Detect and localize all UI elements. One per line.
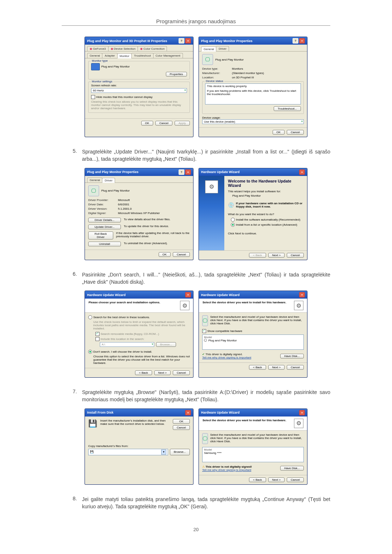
dialog-title: Plug and Play Monitor Properties bbox=[201, 39, 253, 43]
cancel-button[interactable]: Cancel bbox=[287, 130, 304, 135]
signing-info-link[interactable]: Tell me why driver signing is important bbox=[202, 356, 251, 359]
cancel-button[interactable]: Cancel bbox=[287, 253, 304, 258]
value-provider: Microsoft bbox=[118, 198, 130, 202]
properties-button[interactable]: Properties bbox=[166, 72, 187, 77]
warning-icon: ⚠ bbox=[202, 465, 205, 468]
close-icon[interactable]: × bbox=[299, 292, 305, 297]
step-text-7: Spragtelėkite mygtuką „Browse" (Naršyti)… bbox=[82, 389, 330, 403]
signing-info-link[interactable]: Tell me why driver signing is important bbox=[202, 468, 251, 472]
cancel-button[interactable]: Cancel bbox=[287, 365, 304, 370]
model-column-header: Model bbox=[204, 448, 302, 451]
install-from-disk-dialog: Install From Disk × 💾 Insert the manufac… bbox=[85, 409, 193, 485]
select-driver-desc: Select the manufacturer and model of you… bbox=[210, 315, 304, 326]
ok-button[interactable]: OK bbox=[141, 121, 154, 126]
update-driver-button[interactable]: Update Driver... bbox=[88, 225, 121, 229]
group-monitor-settings: Monitor settings bbox=[91, 80, 113, 83]
screenshot-row-4: Install From Disk × 💾 Insert the manufac… bbox=[62, 409, 330, 485]
driver-details-button[interactable]: Driver Details... bbox=[88, 218, 121, 222]
tab-monitor[interactable]: Monitor bbox=[117, 53, 132, 58]
monitor-icon bbox=[91, 63, 100, 70]
ok-button[interactable]: OK bbox=[273, 130, 285, 135]
cd-icon: 💿 bbox=[228, 202, 234, 208]
search-desc: Use the check boxes below to limit or ex… bbox=[93, 320, 190, 330]
display-properties-dialog: Plug and Play Monitor and 3D Prophet III… bbox=[85, 37, 193, 137]
next-button[interactable]: Next > bbox=[268, 365, 285, 370]
next-button[interactable]: Next > bbox=[268, 477, 285, 482]
have-disk-button[interactable]: Have Disk... bbox=[280, 354, 304, 358]
show-compatible-checkbox[interactable] bbox=[202, 329, 206, 333]
monitor-icon: 🖵 bbox=[202, 433, 208, 444]
tab-driver[interactable]: Driver bbox=[102, 178, 115, 183]
monitor-small-icon: 🖵 bbox=[204, 339, 207, 342]
rollback-driver-button[interactable]: Roll Back Driver bbox=[88, 231, 113, 239]
screenshot-row-2: Plug and Play Monitor Properties ? × Gen… bbox=[62, 168, 330, 260]
uninstall-desc: To uninstall the driver (Advanced). bbox=[124, 242, 168, 246]
ok-button[interactable]: OK bbox=[173, 419, 190, 424]
rollback-driver-desc: If the device fails after updating the d… bbox=[116, 231, 190, 239]
cancel-button[interactable]: Cancel bbox=[173, 252, 190, 257]
close-icon[interactable]: × bbox=[299, 169, 305, 175]
help-icon[interactable]: ? bbox=[179, 169, 184, 175]
hide-modes-checkbox[interactable] bbox=[91, 95, 95, 99]
ok-button[interactable]: OK bbox=[159, 252, 171, 257]
cancel-button[interactable]: Cancel bbox=[155, 121, 172, 126]
tab-device-selection[interactable]: ◉Device Selection bbox=[108, 46, 138, 51]
value-manufacturer: (Standard monitor types) bbox=[232, 71, 264, 75]
click-next-label: Click Next to continue. bbox=[228, 232, 303, 235]
radio-dont-search[interactable] bbox=[88, 350, 92, 354]
tab-color-management[interactable]: Color Management bbox=[153, 53, 183, 58]
tab-driver[interactable]: Driver bbox=[216, 46, 229, 51]
help-icon[interactable]: ? bbox=[179, 38, 184, 44]
have-disk-button[interactable]: Have Disk... bbox=[280, 466, 304, 471]
back-button[interactable]: < Back bbox=[249, 477, 266, 482]
help-icon[interactable]: ? bbox=[293, 38, 298, 44]
label-manufacturer: Manufacturer: bbox=[202, 71, 228, 75]
header-rule bbox=[62, 25, 330, 26]
tab-troubleshoot[interactable]: Troubleshoot bbox=[131, 53, 153, 58]
step-number-7: 7. bbox=[62, 389, 82, 403]
what-do-label: What do you want the wizard to do? bbox=[228, 213, 303, 216]
close-icon[interactable]: × bbox=[185, 410, 191, 415]
dialog-title: Hardware Update Wizard bbox=[201, 411, 240, 414]
uninstall-button[interactable]: Uninstall bbox=[88, 242, 121, 246]
close-icon[interactable]: × bbox=[299, 38, 305, 44]
dropdown-arrow-icon[interactable]: ▾ bbox=[161, 450, 166, 455]
tab-general[interactable]: General bbox=[87, 53, 102, 58]
next-button[interactable]: Next > bbox=[268, 253, 285, 258]
copy-from-label: Copy manufacturer's files from: bbox=[88, 444, 190, 448]
back-button[interactable]: < Back bbox=[249, 365, 266, 370]
wizard-welcome-heading: Welcome to the Hardware Update Wizard bbox=[228, 179, 303, 188]
radio-auto[interactable] bbox=[231, 218, 235, 222]
tab-geforce[interactable]: ◉GeForce3 bbox=[87, 46, 109, 51]
screenshot-row-3: Hardware Update Wizard × Please choose y… bbox=[62, 291, 330, 378]
check-removable-media bbox=[95, 332, 99, 336]
browse-button[interactable]: Browse... bbox=[170, 449, 190, 455]
refresh-rate-select[interactable]: 60 Hertz bbox=[91, 88, 187, 93]
group-device-status: Device status bbox=[205, 79, 224, 83]
tab-adapter[interactable]: Adapter bbox=[102, 53, 117, 58]
wizard-heading: Select the device driver you want to ins… bbox=[203, 419, 286, 428]
tab-general[interactable]: General bbox=[201, 46, 216, 52]
next-button[interactable]: Next > bbox=[154, 370, 171, 375]
close-icon[interactable]: × bbox=[185, 38, 191, 44]
radio-search[interactable] bbox=[88, 315, 92, 319]
monitor-properties-general-dialog: Plug and Play Monitor Properties ? × Gen… bbox=[199, 37, 307, 137]
tab-color-correction[interactable]: ◉Color Correction bbox=[138, 46, 167, 51]
tab-general[interactable]: General bbox=[87, 177, 102, 182]
close-icon[interactable]: × bbox=[299, 410, 305, 415]
back-button[interactable]: < Back bbox=[135, 370, 152, 375]
troubleshoot-button[interactable]: Troubleshoot... bbox=[274, 106, 301, 111]
back-button: < Back bbox=[249, 253, 266, 258]
cancel-button[interactable]: Cancel bbox=[287, 477, 304, 482]
wizard-heading: Select the device driver you want to ins… bbox=[203, 301, 286, 310]
device-usage-select[interactable]: Use this device (enable) bbox=[202, 119, 304, 124]
radio-list[interactable] bbox=[231, 223, 235, 227]
close-icon[interactable]: × bbox=[185, 292, 191, 297]
cancel-button[interactable]: Cancel bbox=[173, 425, 190, 430]
monitor-properties-driver-dialog: Plug and Play Monitor Properties ? × Gen… bbox=[85, 168, 193, 260]
copy-from-path-input[interactable]: 💾 ▾ bbox=[88, 449, 168, 455]
radio-dont-search-label: Don't search. I will choose the driver t… bbox=[93, 350, 152, 353]
close-icon[interactable]: × bbox=[185, 169, 191, 175]
cancel-button[interactable]: Cancel bbox=[173, 370, 190, 375]
wizard-intro: This wizard helps you install software f… bbox=[228, 190, 303, 193]
